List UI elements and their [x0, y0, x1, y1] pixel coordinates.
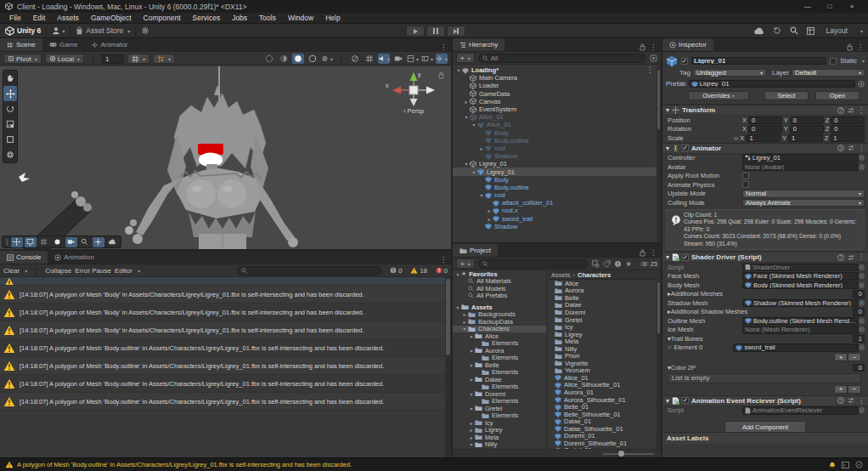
- cloud-overlay-icon[interactable]: [106, 237, 118, 247]
- project-file-dalae-01[interactable]: Dalae_01: [548, 417, 661, 425]
- constrain-proportions-icon[interactable]: ∞: [734, 134, 738, 142]
- hierarchy-search-input[interactable]: All: [478, 54, 646, 63]
- foldout-closed-icon[interactable]: ▸: [461, 319, 468, 325]
- search-overlay-icon[interactable]: [79, 237, 91, 247]
- effects-dropdown-icon[interactable]: ▾: [321, 54, 333, 64]
- menu-services[interactable]: Services: [187, 14, 227, 22]
- body-mesh-object-field[interactable]: Body (Skinned Mesh Renderer): [742, 281, 859, 290]
- search-icon[interactable]: [790, 26, 798, 35]
- hierarchy-item-root[interactable]: ▸root: [453, 145, 657, 152]
- script-object-field[interactable]: AnimationEventReciever: [742, 406, 859, 415]
- animation-event-reciever-header[interactable]: ▾ ✓ Animation Event Reciever (Script) ? …: [662, 395, 868, 406]
- presets-icon[interactable]: [848, 254, 854, 261]
- console-message[interactable]: [14:18:07] A polygon of Mesh 'Body.outli…: [0, 393, 445, 411]
- animate-physics-checkbox[interactable]: [742, 181, 749, 188]
- account-icon[interactable]: [52, 26, 60, 35]
- foldout-open-icon[interactable]: ▾: [666, 106, 669, 114]
- tab-inspector[interactable]: Inspector: [662, 38, 713, 51]
- project-folder-dalae[interactable]: ▾Dalae: [453, 376, 546, 383]
- layout-label[interactable]: Layout: [826, 26, 848, 35]
- hierarchy-item-shadow[interactable]: Shadow: [453, 152, 657, 160]
- console-message[interactable]: [14:18:07] A polygon of Mesh 'Body.outli…: [0, 375, 445, 393]
- hierarchy-item-main-camera[interactable]: Main Camera: [453, 74, 657, 82]
- project-file-vignette[interactable]: Vignette: [548, 360, 661, 367]
- select-button[interactable]: Select: [764, 91, 809, 100]
- orientation-gizmo[interactable]: y x ‹ Persp: [380, 70, 447, 117]
- add-element-button[interactable]: +: [834, 353, 848, 361]
- scene-picking-icon[interactable]: [650, 54, 657, 62]
- menu-help[interactable]: Help: [319, 14, 346, 22]
- gizmo-overlay-icon[interactable]: [93, 237, 104, 247]
- foldout-open-icon[interactable]: ▾: [454, 271, 461, 277]
- project-file-nilly[interactable]: Nilly: [548, 345, 661, 353]
- object-picker-icon[interactable]: [859, 273, 865, 279]
- project-file-dalae-silhouette-01[interactable]: Dalae_Silhouette_01: [548, 425, 661, 433]
- project-folder-ligrey[interactable]: ▸Ligrey: [453, 427, 546, 434]
- visibility-count-badge[interactable]: 23: [640, 260, 657, 268]
- shader-driver-header[interactable]: ▾ ✓ Shader Driver (Script) ? ⋮: [662, 252, 868, 263]
- info-count-badge[interactable]: 0: [390, 267, 402, 275]
- layout-dropdown-icon[interactable]: ▾: [860, 28, 863, 34]
- scene-viewport[interactable]: y x ‹ Persp ║: [0, 66, 451, 251]
- lock-icon[interactable]: [640, 43, 645, 51]
- tab-game[interactable]: Game: [42, 38, 85, 51]
- lighting-toggle-icon[interactable]: [292, 54, 304, 64]
- foldout-closed-icon[interactable]: ▸: [468, 420, 475, 426]
- hierarchy-item-ligrey-01[interactable]: ▾Ligrey_01: [453, 160, 657, 167]
- project-file-ligrey[interactable]: Ligrey: [548, 331, 661, 338]
- close-button[interactable]: ×: [841, 3, 863, 10]
- menu-gameobject[interactable]: GameObject: [85, 14, 138, 22]
- enabled-checkbox[interactable]: ✓: [682, 397, 689, 404]
- trail-bones-count-field[interactable]: 1: [853, 335, 865, 343]
- presets-icon[interactable]: [848, 107, 854, 114]
- create-button[interactable]: +▾: [456, 258, 475, 269]
- tab-animation[interactable]: Animation: [48, 251, 101, 264]
- object-picker-icon[interactable]: [858, 81, 865, 88]
- tag-dropdown[interactable]: Untagged▾: [693, 69, 766, 77]
- project-folder-backgrounds[interactable]: ▸Backgrounds: [453, 311, 546, 319]
- hierarchy-item-sword-trail[interactable]: ▸sword_trail: [453, 215, 657, 223]
- create-button[interactable]: +▾: [456, 53, 475, 63]
- account-dropdown-icon[interactable]: ▾: [62, 28, 65, 34]
- project-file-alice[interactable]: Alice: [548, 280, 661, 287]
- help-icon[interactable]: ?: [837, 145, 844, 151]
- panel-menu-icon[interactable]: ⋮: [857, 43, 864, 51]
- foldout-open-icon[interactable]: ▾: [461, 326, 468, 332]
- prefab-icon[interactable]: [666, 55, 678, 67]
- asset-labels-bar[interactable]: Asset Labels: [662, 432, 868, 444]
- object-picker-icon[interactable]: [859, 318, 865, 324]
- project-search-input[interactable]: [478, 259, 589, 269]
- foldout-closed-icon[interactable]: ▸: [461, 311, 468, 317]
- panel-menu-icon[interactable]: ⋮: [440, 256, 447, 264]
- menu-jobs[interactable]: Jobs: [226, 14, 253, 22]
- help-icon[interactable]: ?: [837, 254, 844, 261]
- search-by-label-icon[interactable]: [603, 260, 611, 268]
- move-tool-icon[interactable]: [3, 86, 17, 101]
- component-menu-icon[interactable]: ⋮: [858, 253, 865, 261]
- hierarchy-item-root[interactable]: ▾root: [453, 191, 657, 199]
- background-tasks-icon[interactable]: [855, 461, 863, 468]
- foldout-open-icon[interactable]: ▾: [454, 304, 461, 310]
- ice-mesh-object-field[interactable]: None (Mesh Renderer): [742, 326, 859, 334]
- splitter[interactable]: [453, 242, 661, 244]
- screen-overlay-icon[interactable]: [25, 237, 37, 247]
- project-folder-elements[interactable]: Elements: [453, 412, 546, 420]
- enabled-checkbox[interactable]: ✓: [682, 254, 689, 261]
- project-file-dalae[interactable]: Dalae: [548, 302, 661, 309]
- hierarchy-item-loading[interactable]: ▾Loading*⋮: [453, 66, 657, 74]
- foldout-open-icon[interactable]: ▾: [666, 397, 669, 405]
- move-overlay-icon[interactable]: [11, 237, 23, 247]
- menu-assets[interactable]: Assets: [51, 14, 85, 22]
- add-element-button[interactable]: +: [834, 385, 848, 394]
- hierarchy-item-body[interactable]: Body: [453, 129, 657, 137]
- light-overlay-icon[interactable]: [52, 237, 64, 247]
- project-file-belle-01[interactable]: Belle_01: [548, 403, 661, 411]
- gameobject-name-field[interactable]: Ligrey_01: [691, 57, 826, 65]
- project-file-aurora-silhouette-01[interactable]: Aurora_Silhouette_01: [548, 396, 661, 404]
- rotate-tool-icon[interactable]: [3, 101, 17, 116]
- cloud-icon[interactable]: [753, 27, 764, 35]
- hierarchy-item-gamedata[interactable]: GameData: [453, 90, 657, 98]
- foldout-open-icon[interactable]: ▾: [478, 192, 485, 198]
- foldout-closed-icon[interactable]: ▸: [478, 145, 485, 151]
- rotation-y-field[interactable]: 0: [790, 125, 824, 133]
